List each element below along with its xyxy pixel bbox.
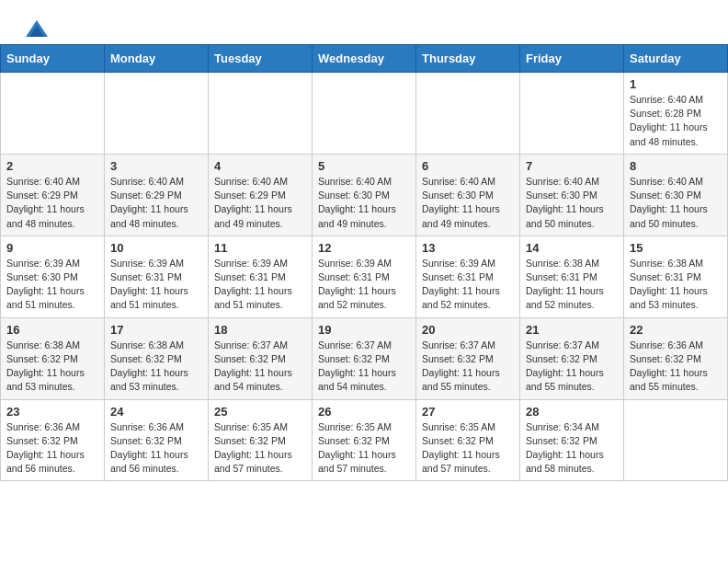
calendar-cell [105,73,209,155]
day-number: 4 [214,159,306,173]
day-number: 23 [6,405,98,419]
day-info: Sunrise: 6:40 AMSunset: 6:29 PMDaylight:… [214,175,306,231]
day-number: 20 [422,323,514,337]
weekday-header-saturday: Saturday [624,45,728,73]
weekday-header-wednesday: Wednesday [313,45,416,73]
day-number: 18 [214,323,306,337]
day-info: Sunrise: 6:40 AMSunset: 6:28 PMDaylight:… [630,93,722,149]
logo [22,17,50,42]
calendar-cell: 13Sunrise: 6:39 AMSunset: 6:31 PMDayligh… [416,236,520,317]
day-info: Sunrise: 6:36 AMSunset: 6:32 PMDaylight:… [630,339,722,395]
day-info: Sunrise: 6:39 AMSunset: 6:31 PMDaylight:… [422,257,514,313]
calendar-cell: 18Sunrise: 6:37 AMSunset: 6:32 PMDayligh… [209,317,313,399]
day-info: Sunrise: 6:38 AMSunset: 6:32 PMDaylight:… [110,339,202,395]
calendar-cell [209,73,313,155]
day-info: Sunrise: 6:37 AMSunset: 6:32 PMDaylight:… [422,339,514,395]
day-number: 17 [110,323,202,337]
week-row-1: 1Sunrise: 6:40 AMSunset: 6:28 PMDaylight… [1,73,728,155]
day-info: Sunrise: 6:38 AMSunset: 6:32 PMDaylight:… [6,339,98,395]
day-number: 11 [214,241,306,255]
day-number: 6 [422,159,514,173]
calendar-cell: 8Sunrise: 6:40 AMSunset: 6:30 PMDaylight… [624,154,728,236]
day-info: Sunrise: 6:36 AMSunset: 6:32 PMDaylight:… [6,420,98,477]
day-info: Sunrise: 6:35 AMSunset: 6:32 PMDaylight:… [318,420,410,477]
calendar-cell: 14Sunrise: 6:38 AMSunset: 6:31 PMDayligh… [520,236,624,317]
day-number: 24 [110,405,202,419]
week-row-2: 2Sunrise: 6:40 AMSunset: 6:29 PMDaylight… [1,154,728,236]
calendar-cell: 21Sunrise: 6:37 AMSunset: 6:32 PMDayligh… [520,317,624,399]
day-info: Sunrise: 6:40 AMSunset: 6:29 PMDaylight:… [110,175,202,231]
day-info: Sunrise: 6:35 AMSunset: 6:32 PMDaylight:… [422,420,514,477]
calendar-cell: 19Sunrise: 6:37 AMSunset: 6:32 PMDayligh… [313,317,416,399]
calendar-cell: 24Sunrise: 6:36 AMSunset: 6:32 PMDayligh… [105,399,209,481]
day-number: 28 [526,405,618,419]
day-number: 25 [214,405,306,419]
day-number: 2 [6,159,98,173]
calendar-cell [416,73,520,155]
calendar: SundayMondayTuesdayWednesdayThursdayFrid… [0,44,728,481]
calendar-cell: 10Sunrise: 6:39 AMSunset: 6:31 PMDayligh… [105,236,209,317]
day-info: Sunrise: 6:34 AMSunset: 6:32 PMDaylight:… [526,420,618,477]
day-number: 26 [318,405,410,419]
header [0,0,728,44]
day-number: 13 [422,241,514,255]
day-number: 19 [318,323,410,337]
page: SundayMondayTuesdayWednesdayThursdayFrid… [0,0,728,481]
calendar-cell: 7Sunrise: 6:40 AMSunset: 6:30 PMDaylight… [520,154,624,236]
day-number: 21 [526,323,618,337]
calendar-cell: 25Sunrise: 6:35 AMSunset: 6:32 PMDayligh… [209,399,313,481]
day-info: Sunrise: 6:35 AMSunset: 6:32 PMDaylight:… [214,420,306,477]
day-info: Sunrise: 6:36 AMSunset: 6:32 PMDaylight:… [110,420,202,477]
calendar-cell: 9Sunrise: 6:39 AMSunset: 6:30 PMDaylight… [1,236,105,317]
day-number: 12 [318,241,410,255]
calendar-cell: 12Sunrise: 6:39 AMSunset: 6:31 PMDayligh… [313,236,416,317]
calendar-cell: 17Sunrise: 6:38 AMSunset: 6:32 PMDayligh… [105,317,209,399]
calendar-cell [624,399,728,481]
week-row-5: 23Sunrise: 6:36 AMSunset: 6:32 PMDayligh… [1,399,728,481]
day-number: 1 [630,77,722,91]
day-info: Sunrise: 6:37 AMSunset: 6:32 PMDaylight:… [526,339,618,395]
calendar-cell: 2Sunrise: 6:40 AMSunset: 6:29 PMDaylight… [1,154,105,236]
day-number: 8 [630,159,722,173]
logo-area [22,17,50,35]
calendar-cell: 16Sunrise: 6:38 AMSunset: 6:32 PMDayligh… [1,317,105,399]
calendar-cell: 22Sunrise: 6:36 AMSunset: 6:32 PMDayligh… [624,317,728,399]
day-info: Sunrise: 6:38 AMSunset: 6:31 PMDaylight:… [630,257,722,313]
day-info: Sunrise: 6:39 AMSunset: 6:31 PMDaylight:… [318,257,410,313]
calendar-cell: 15Sunrise: 6:38 AMSunset: 6:31 PMDayligh… [624,236,728,317]
day-number: 14 [526,241,618,255]
calendar-cell: 3Sunrise: 6:40 AMSunset: 6:29 PMDaylight… [105,154,209,236]
calendar-cell: 5Sunrise: 6:40 AMSunset: 6:30 PMDaylight… [313,154,416,236]
day-info: Sunrise: 6:40 AMSunset: 6:30 PMDaylight:… [318,175,410,231]
weekday-header-monday: Monday [105,45,209,73]
calendar-cell [520,73,624,155]
logo-icon [24,17,50,42]
day-number: 9 [6,241,98,255]
calendar-cell: 27Sunrise: 6:35 AMSunset: 6:32 PMDayligh… [416,399,520,481]
calendar-cell: 4Sunrise: 6:40 AMSunset: 6:29 PMDaylight… [209,154,313,236]
calendar-cell: 23Sunrise: 6:36 AMSunset: 6:32 PMDayligh… [1,399,105,481]
weekday-header-tuesday: Tuesday [209,45,313,73]
calendar-cell: 28Sunrise: 6:34 AMSunset: 6:32 PMDayligh… [520,399,624,481]
weekday-header-friday: Friday [520,45,624,73]
day-number: 27 [422,405,514,419]
weekday-header-sunday: Sunday [1,45,105,73]
calendar-cell: 6Sunrise: 6:40 AMSunset: 6:30 PMDaylight… [416,154,520,236]
day-number: 22 [630,323,722,337]
day-info: Sunrise: 6:40 AMSunset: 6:30 PMDaylight:… [526,175,618,231]
day-number: 15 [630,241,722,255]
day-number: 16 [6,323,98,337]
day-info: Sunrise: 6:39 AMSunset: 6:30 PMDaylight:… [6,257,98,313]
day-info: Sunrise: 6:38 AMSunset: 6:31 PMDaylight:… [526,257,618,313]
week-row-4: 16Sunrise: 6:38 AMSunset: 6:32 PMDayligh… [1,317,728,399]
day-info: Sunrise: 6:40 AMSunset: 6:29 PMDaylight:… [6,175,98,231]
calendar-cell [313,73,416,155]
calendar-cell: 26Sunrise: 6:35 AMSunset: 6:32 PMDayligh… [313,399,416,481]
calendar-cell: 20Sunrise: 6:37 AMSunset: 6:32 PMDayligh… [416,317,520,399]
day-info: Sunrise: 6:37 AMSunset: 6:32 PMDaylight:… [318,339,410,395]
day-info: Sunrise: 6:37 AMSunset: 6:32 PMDaylight:… [214,339,306,395]
day-info: Sunrise: 6:40 AMSunset: 6:30 PMDaylight:… [422,175,514,231]
day-number: 7 [526,159,618,173]
weekday-header-row: SundayMondayTuesdayWednesdayThursdayFrid… [1,45,728,73]
calendar-cell: 1Sunrise: 6:40 AMSunset: 6:28 PMDaylight… [624,73,728,155]
